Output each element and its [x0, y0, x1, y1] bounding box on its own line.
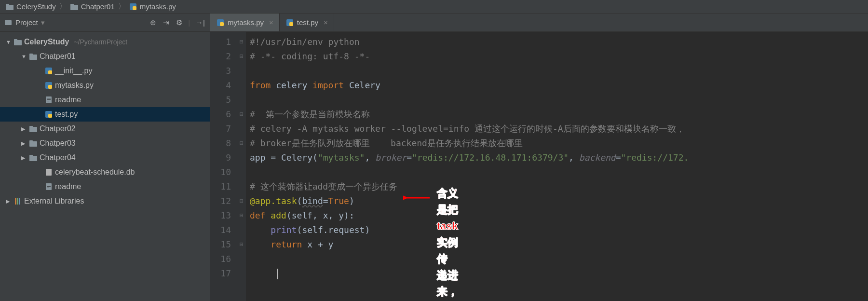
project-tool-text: Project: [15, 18, 38, 27]
line-gutter: 1234567891011121314151617: [210, 32, 237, 301]
tree-row[interactable]: ▶Chatper02: [0, 122, 210, 136]
svg-rect-8: [14, 39, 17, 41]
tree-row[interactable]: ▶External Libraries: [0, 194, 210, 208]
tree-row[interactable]: ▼CeleryStudy~/PycharmProject: [0, 35, 210, 49]
svg-rect-20: [48, 114, 52, 118]
svg-rect-10: [29, 54, 33, 55]
svg-rect-30: [47, 186, 51, 187]
tree-row[interactable]: ▼Chatper01: [0, 49, 210, 64]
svg-rect-27: [46, 169, 52, 176]
breadcrumb-item[interactable]: Chatper01: [68, 2, 116, 11]
svg-rect-12: [48, 70, 52, 74]
close-icon[interactable]: ×: [324, 18, 328, 27]
fold-gutter[interactable]: ⊟⊟⊟⊟⊟⊟⊟: [237, 32, 246, 301]
svg-rect-6: [5, 20, 12, 25]
svg-rect-22: [29, 126, 33, 128]
breadcrumb-item[interactable]: mytasks.py: [127, 2, 177, 11]
tree-row[interactable]: readme: [0, 93, 210, 107]
svg-rect-1: [6, 4, 9, 6]
tree-row[interactable]: ▶Chatper04: [0, 150, 210, 165]
svg-rect-26: [29, 155, 33, 157]
code-content[interactable]: #!/usr/bin/env python# -*- coding: utf-8…: [246, 32, 868, 301]
code-editor[interactable]: 1234567891011121314151617 ⊟⊟⊟⊟⊟⊟⊟ #!/usr…: [210, 32, 868, 301]
svg-rect-33: [17, 198, 18, 205]
chevron-down-icon: ▾: [41, 18, 45, 27]
breadcrumb-bar: CeleryStudy〉Chatper01〉mytasks.py: [0, 0, 868, 14]
project-tool-header: Project ▾ ⊕ ⇥ ⚙ | →|: [0, 14, 210, 32]
tree-row[interactable]: __init__.py: [0, 64, 210, 78]
collapse-icon[interactable]: ⇥: [162, 17, 170, 28]
svg-rect-38: [289, 22, 293, 26]
hide-icon[interactable]: →|: [195, 17, 206, 27]
svg-rect-31: [47, 188, 49, 188]
tree-row[interactable]: celerybeat-schedule.db: [0, 165, 210, 179]
project-tool-label[interactable]: Project ▾: [4, 18, 45, 27]
close-icon[interactable]: ×: [269, 18, 273, 27]
locate-icon[interactable]: ⊕: [149, 17, 157, 28]
project-icon: [4, 18, 13, 27]
project-sidebar: Project ▾ ⊕ ⇥ ⚙ | →| ▼CeleryStudy~/Pycha…: [0, 14, 210, 301]
svg-rect-29: [47, 185, 51, 185]
svg-rect-16: [47, 98, 51, 98]
editor-tabs: mytasks.py×test.py×: [210, 14, 868, 32]
svg-rect-34: [19, 198, 20, 205]
svg-rect-3: [70, 4, 74, 6]
svg-rect-14: [48, 85, 52, 89]
svg-rect-5: [133, 6, 136, 10]
svg-rect-24: [29, 140, 33, 142]
svg-rect-36: [220, 22, 224, 26]
gear-icon[interactable]: ⚙: [175, 17, 183, 28]
project-tree: ▼CeleryStudy~/PycharmProject▼Chatper01__…: [0, 32, 210, 208]
tree-row[interactable]: readme: [0, 179, 210, 194]
svg-rect-17: [47, 99, 51, 100]
svg-rect-18: [47, 101, 49, 101]
svg-rect-32: [15, 198, 16, 205]
breadcrumb-item[interactable]: CeleryStudy: [4, 2, 57, 11]
tree-row[interactable]: test.py: [0, 107, 210, 122]
tree-row[interactable]: ▶Chatper03: [0, 136, 210, 150]
tree-row[interactable]: mytasks.py: [0, 78, 210, 93]
editor-tab[interactable]: test.py×: [280, 14, 334, 31]
editor-tab[interactable]: mytasks.py×: [210, 14, 280, 31]
